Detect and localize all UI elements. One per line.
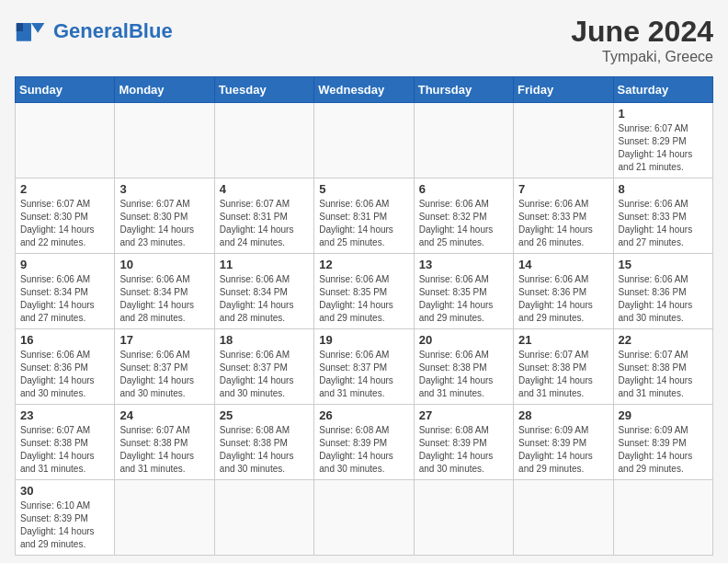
calendar-day-cell: 18Sunrise: 6:06 AM Sunset: 8:37 PM Dayli… bbox=[214, 329, 313, 405]
day-number: 4 bbox=[220, 182, 309, 196]
calendar-day-cell: 28Sunrise: 6:09 AM Sunset: 8:39 PM Dayli… bbox=[514, 405, 613, 480]
calendar-day-cell bbox=[414, 480, 513, 556]
day-info: Sunrise: 6:06 AM Sunset: 8:36 PM Dayligh… bbox=[518, 273, 608, 325]
calendar-day-cell: 5Sunrise: 6:06 AM Sunset: 8:31 PM Daylig… bbox=[314, 178, 414, 254]
day-number: 15 bbox=[619, 258, 708, 271]
day-info: Sunrise: 6:09 AM Sunset: 8:39 PM Dayligh… bbox=[619, 424, 708, 476]
calendar-day-cell: 14Sunrise: 6:06 AM Sunset: 8:36 PM Dayli… bbox=[514, 254, 613, 329]
weekday-header: Saturday bbox=[613, 77, 712, 103]
day-number: 22 bbox=[619, 333, 708, 347]
day-number: 18 bbox=[220, 333, 309, 347]
logo-text: GeneralBlue bbox=[53, 21, 173, 41]
day-number: 27 bbox=[419, 408, 508, 422]
day-info: Sunrise: 6:07 AM Sunset: 8:29 PM Dayligh… bbox=[619, 122, 708, 174]
calendar-day-cell: 20Sunrise: 6:06 AM Sunset: 8:38 PM Dayli… bbox=[414, 329, 513, 405]
calendar-day-cell: 27Sunrise: 6:08 AM Sunset: 8:39 PM Dayli… bbox=[414, 405, 513, 480]
calendar-day-cell: 12Sunrise: 6:06 AM Sunset: 8:35 PM Dayli… bbox=[314, 254, 414, 329]
calendar-table: SundayMondayTuesdayWednesdayThursdayFrid… bbox=[15, 76, 713, 556]
day-info: Sunrise: 6:06 AM Sunset: 8:35 PM Dayligh… bbox=[419, 273, 508, 325]
day-number: 16 bbox=[20, 333, 109, 347]
calendar-day-cell: 30Sunrise: 6:10 AM Sunset: 8:39 PM Dayli… bbox=[16, 480, 115, 556]
calendar-day-cell: 8Sunrise: 6:06 AM Sunset: 8:33 PM Daylig… bbox=[613, 178, 712, 254]
day-number: 21 bbox=[518, 333, 608, 347]
calendar-day-cell: 2Sunrise: 6:07 AM Sunset: 8:30 PM Daylig… bbox=[16, 178, 115, 254]
calendar-day-cell bbox=[514, 480, 613, 556]
calendar-day-cell: 25Sunrise: 6:08 AM Sunset: 8:38 PM Dayli… bbox=[214, 405, 313, 480]
page-header: GeneralBlue June 2024 Tympaki, Greece bbox=[15, 15, 713, 65]
calendar-day-cell: 13Sunrise: 6:06 AM Sunset: 8:35 PM Dayli… bbox=[414, 254, 513, 329]
calendar-day-cell: 6Sunrise: 6:06 AM Sunset: 8:32 PM Daylig… bbox=[414, 178, 513, 254]
calendar-day-cell: 15Sunrise: 6:06 AM Sunset: 8:36 PM Dayli… bbox=[613, 254, 712, 329]
calendar-week-row: 9Sunrise: 6:06 AM Sunset: 8:34 PM Daylig… bbox=[16, 254, 713, 329]
day-info: Sunrise: 6:09 AM Sunset: 8:39 PM Dayligh… bbox=[518, 424, 608, 476]
day-info: Sunrise: 6:06 AM Sunset: 8:34 PM Dayligh… bbox=[119, 273, 209, 325]
day-info: Sunrise: 6:06 AM Sunset: 8:36 PM Dayligh… bbox=[619, 273, 708, 325]
calendar-day-cell bbox=[16, 103, 115, 178]
weekday-header: Thursday bbox=[414, 77, 513, 103]
day-number: 20 bbox=[419, 333, 508, 347]
logo-blue: Blue bbox=[129, 19, 173, 42]
title-block: June 2024 Tympaki, Greece bbox=[571, 15, 713, 65]
calendar-day-cell bbox=[314, 480, 414, 556]
calendar-day-cell: 16Sunrise: 6:06 AM Sunset: 8:36 PM Dayli… bbox=[16, 329, 115, 405]
calendar-day-cell: 9Sunrise: 6:06 AM Sunset: 8:34 PM Daylig… bbox=[16, 254, 115, 329]
svg-rect-2 bbox=[17, 23, 23, 31]
day-number: 14 bbox=[518, 258, 608, 271]
calendar-day-cell: 26Sunrise: 6:08 AM Sunset: 8:39 PM Dayli… bbox=[314, 405, 414, 480]
calendar-day-cell: 7Sunrise: 6:06 AM Sunset: 8:33 PM Daylig… bbox=[514, 178, 613, 254]
calendar-week-row: 30Sunrise: 6:10 AM Sunset: 8:39 PM Dayli… bbox=[16, 480, 713, 556]
day-info: Sunrise: 6:06 AM Sunset: 8:37 PM Dayligh… bbox=[319, 349, 408, 400]
calendar-day-cell bbox=[214, 103, 313, 178]
day-info: Sunrise: 6:06 AM Sunset: 8:32 PM Dayligh… bbox=[419, 198, 508, 249]
day-number: 19 bbox=[319, 333, 408, 347]
day-info: Sunrise: 6:07 AM Sunset: 8:30 PM Dayligh… bbox=[20, 198, 109, 249]
day-number: 11 bbox=[220, 258, 309, 271]
day-number: 23 bbox=[20, 408, 109, 422]
day-info: Sunrise: 6:06 AM Sunset: 8:34 PM Dayligh… bbox=[220, 273, 309, 325]
day-info: Sunrise: 6:06 AM Sunset: 8:37 PM Dayligh… bbox=[119, 349, 209, 400]
calendar-day-cell: 29Sunrise: 6:09 AM Sunset: 8:39 PM Dayli… bbox=[613, 405, 712, 480]
day-number: 24 bbox=[119, 408, 209, 422]
day-info: Sunrise: 6:06 AM Sunset: 8:38 PM Dayligh… bbox=[419, 349, 508, 400]
day-info: Sunrise: 6:07 AM Sunset: 8:30 PM Dayligh… bbox=[119, 198, 209, 249]
day-number: 6 bbox=[419, 182, 508, 196]
day-number: 9 bbox=[20, 258, 109, 271]
calendar-header-row: SundayMondayTuesdayWednesdayThursdayFrid… bbox=[16, 77, 713, 103]
day-number: 3 bbox=[119, 182, 209, 196]
day-info: Sunrise: 6:08 AM Sunset: 8:39 PM Dayligh… bbox=[419, 424, 508, 476]
day-number: 25 bbox=[220, 408, 309, 422]
svg-marker-1 bbox=[31, 23, 44, 33]
calendar-week-row: 2Sunrise: 6:07 AM Sunset: 8:30 PM Daylig… bbox=[16, 178, 713, 254]
calendar-day-cell: 19Sunrise: 6:06 AM Sunset: 8:37 PM Dayli… bbox=[314, 329, 414, 405]
day-number: 28 bbox=[518, 408, 608, 422]
day-info: Sunrise: 6:07 AM Sunset: 8:38 PM Dayligh… bbox=[20, 424, 109, 476]
calendar-week-row: 1Sunrise: 6:07 AM Sunset: 8:29 PM Daylig… bbox=[16, 103, 713, 178]
location-subtitle: Tympaki, Greece bbox=[571, 49, 713, 65]
day-number: 12 bbox=[319, 258, 408, 271]
day-info: Sunrise: 6:10 AM Sunset: 8:39 PM Dayligh… bbox=[20, 500, 109, 551]
calendar-day-cell: 3Sunrise: 6:07 AM Sunset: 8:30 PM Daylig… bbox=[115, 178, 214, 254]
calendar-day-cell bbox=[314, 103, 414, 178]
day-info: Sunrise: 6:07 AM Sunset: 8:31 PM Dayligh… bbox=[220, 198, 309, 249]
day-info: Sunrise: 6:08 AM Sunset: 8:39 PM Dayligh… bbox=[319, 424, 408, 476]
day-info: Sunrise: 6:06 AM Sunset: 8:31 PM Dayligh… bbox=[319, 198, 408, 249]
weekday-header: Tuesday bbox=[214, 77, 313, 103]
weekday-header: Sunday bbox=[16, 77, 115, 103]
day-number: 7 bbox=[518, 182, 608, 196]
calendar-day-cell bbox=[214, 480, 313, 556]
day-info: Sunrise: 6:06 AM Sunset: 8:33 PM Dayligh… bbox=[619, 198, 708, 249]
day-number: 30 bbox=[20, 484, 109, 498]
day-number: 5 bbox=[319, 182, 408, 196]
day-number: 2 bbox=[20, 182, 109, 196]
calendar-week-row: 16Sunrise: 6:06 AM Sunset: 8:36 PM Dayli… bbox=[16, 329, 713, 405]
calendar-day-cell bbox=[115, 103, 214, 178]
day-number: 8 bbox=[619, 182, 708, 196]
day-number: 1 bbox=[619, 107, 708, 121]
calendar-day-cell: 10Sunrise: 6:06 AM Sunset: 8:34 PM Dayli… bbox=[115, 254, 214, 329]
day-number: 29 bbox=[619, 408, 708, 422]
calendar-day-cell: 24Sunrise: 6:07 AM Sunset: 8:38 PM Dayli… bbox=[115, 405, 214, 480]
weekday-header: Monday bbox=[115, 77, 214, 103]
day-number: 17 bbox=[119, 333, 209, 347]
day-info: Sunrise: 6:06 AM Sunset: 8:36 PM Dayligh… bbox=[20, 349, 109, 400]
calendar-day-cell bbox=[514, 103, 613, 178]
